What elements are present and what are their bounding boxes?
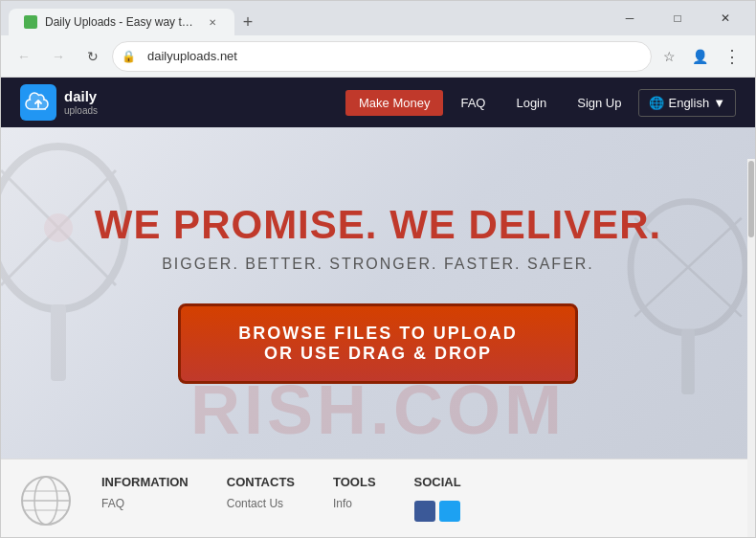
- scrollbar-thumb[interactable]: [748, 161, 754, 237]
- footer-col-information: INFORMATION FAQ: [101, 475, 189, 522]
- svg-rect-4: [51, 304, 66, 381]
- facebook-icon[interactable]: [414, 501, 435, 522]
- upload-button-line1: BROWSE FILES TO UPLOAD: [238, 324, 518, 344]
- upload-button-line2: OR USE DRAG & DROP: [238, 344, 518, 364]
- tab-favicon: [24, 15, 37, 29]
- logo-icon: [20, 84, 56, 121]
- site-footer: INFORMATION FAQ CONTACTS Contact Us TOOL…: [1, 459, 755, 537]
- address-wrapper: 🔒 dailyuploads.net: [112, 41, 652, 72]
- site-content: daily uploads Make Money FAQ Login Sign …: [1, 78, 755, 537]
- globe-map-icon: [20, 475, 73, 527]
- twitter-icon[interactable]: [439, 501, 460, 522]
- nav-make-money[interactable]: Make Money: [345, 90, 443, 116]
- footer-social-header: SOCIAL: [414, 475, 461, 489]
- scrollbar[interactable]: [747, 159, 755, 537]
- tab-area: Daily Uploads - Easy way to sha... ✕ +: [9, 1, 600, 35]
- more-options-button[interactable]: ⋮: [717, 41, 747, 72]
- account-icon[interactable]: 👤: [686, 43, 713, 70]
- language-selector[interactable]: 🌐 English ▼: [638, 89, 736, 117]
- footer-tools-header: TOOLS: [333, 475, 376, 489]
- nav-links: Make Money FAQ Login Sign Up 🌐 English ▼: [345, 89, 736, 117]
- footer-contacts-header: CONTACTS: [227, 475, 295, 489]
- bookmark-star-icon[interactable]: ☆: [656, 43, 682, 70]
- hero-section: RISH.COM WE PROMISE. WE DELIVER. BIGGER.…: [1, 127, 755, 459]
- footer-col-contacts: CONTACTS Contact Us: [227, 475, 295, 522]
- logo-sub: uploads: [64, 105, 98, 116]
- address-display[interactable]: dailyuploads.net: [112, 41, 652, 72]
- nav-signup[interactable]: Sign Up: [564, 90, 634, 116]
- window-controls: ─ □ ✕: [608, 3, 747, 34]
- upload-button[interactable]: BROWSE FILES TO UPLOAD OR USE DRAG & DRO…: [178, 303, 578, 384]
- nav-faq[interactable]: FAQ: [447, 90, 499, 116]
- nav-login[interactable]: Login: [502, 90, 560, 116]
- chevron-down-icon: ▼: [713, 96, 725, 110]
- deco-racket-left: [1, 132, 173, 400]
- footer-globe-area: [20, 475, 73, 527]
- new-tab-button[interactable]: +: [234, 9, 261, 35]
- footer-faq-link[interactable]: FAQ: [101, 497, 189, 510]
- address-bar: ← → ↻ 🔒 dailyuploads.net ☆ 👤 ⋮: [1, 35, 755, 78]
- footer-information-header: INFORMATION: [101, 475, 189, 489]
- site-nav: daily uploads Make Money FAQ Login Sign …: [1, 78, 755, 127]
- lock-icon: 🔒: [122, 50, 136, 63]
- browser-frame: Daily Uploads - Easy way to sha... ✕ + ─…: [0, 0, 756, 538]
- forward-button[interactable]: →: [43, 41, 74, 72]
- hero-subtitle: BIGGER. BETTER. STRONGER. FASTER. SAFER.: [162, 256, 594, 273]
- url-text: dailyuploads.net: [144, 49, 237, 63]
- tab-title: Daily Uploads - Easy way to sha...: [45, 15, 198, 29]
- logo-text-area: daily uploads: [64, 89, 98, 116]
- back-button[interactable]: ←: [9, 41, 39, 72]
- title-bar: Daily Uploads - Easy way to sha... ✕ + ─…: [1, 1, 755, 35]
- language-label: English: [668, 96, 709, 110]
- footer-columns: INFORMATION FAQ CONTACTS Contact Us TOOL…: [101, 475, 461, 522]
- hero-title: WE PROMISE. WE DELIVER.: [95, 202, 661, 248]
- refresh-button[interactable]: ↻: [78, 41, 108, 72]
- minimize-button[interactable]: ─: [608, 3, 652, 34]
- logo-area: daily uploads: [20, 84, 98, 121]
- footer-col-social: SOCIAL: [414, 475, 461, 522]
- tab-close-button[interactable]: ✕: [206, 15, 219, 29]
- footer-col-tools: TOOLS Info: [333, 475, 376, 522]
- maximize-button[interactable]: □: [656, 3, 700, 34]
- svg-point-0: [26, 17, 35, 27]
- globe-icon: 🌐: [649, 96, 664, 110]
- footer-contact-link[interactable]: Contact Us: [227, 497, 295, 510]
- browser-tab[interactable]: Daily Uploads - Easy way to sha... ✕: [9, 9, 234, 35]
- footer-info-link[interactable]: Info: [333, 497, 376, 510]
- svg-rect-9: [681, 329, 695, 395]
- svg-point-5: [44, 213, 73, 242]
- close-button[interactable]: ✕: [703, 3, 747, 34]
- logo-name: daily: [64, 89, 98, 105]
